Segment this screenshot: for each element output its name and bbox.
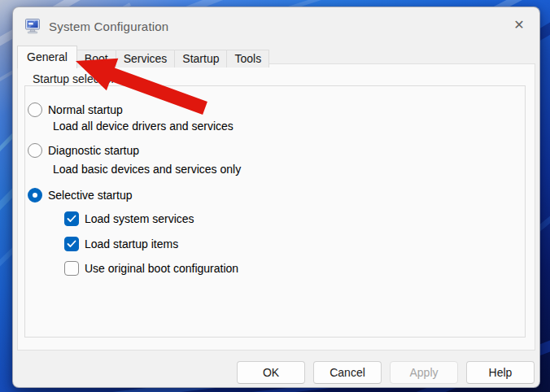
system-configuration-window: System Configuration ✕ General Boot Serv… <box>12 7 540 388</box>
tab-startup-label: Startup <box>182 52 219 65</box>
checkbox-load-startup-items-box[interactable] <box>64 237 79 251</box>
normal-startup-description: Load all device drivers and services <box>53 120 234 133</box>
checkbox-load-startup-items[interactable]: Load startup items <box>64 237 178 251</box>
close-icon: ✕ <box>513 19 524 32</box>
close-button[interactable]: ✕ <box>504 15 534 36</box>
checkbox-use-original-boot-configuration-label: Use original boot configuration <box>85 262 238 275</box>
radio-selective-startup[interactable]: Selective startup <box>28 188 133 203</box>
tab-tools[interactable]: Tools <box>226 50 269 68</box>
cancel-button[interactable]: Cancel <box>313 361 382 384</box>
help-button[interactable]: Help <box>466 361 535 384</box>
window-title: System Configuration <box>49 20 168 33</box>
checkbox-load-system-services-label: Load system services <box>85 212 194 225</box>
tab-boot[interactable]: Boot <box>76 50 116 68</box>
tab-tools-label: Tools <box>234 52 261 65</box>
radio-normal-startup-label: Normal startup <box>48 103 123 116</box>
checkbox-load-system-services[interactable]: Load system services <box>64 211 194 226</box>
group-label-startup-selection: Startup selection <box>29 72 120 85</box>
checkbox-load-startup-items-label: Load startup items <box>85 237 178 250</box>
checkmark-icon <box>67 240 76 248</box>
checkbox-use-original-boot-configuration-box[interactable] <box>64 261 79 276</box>
radio-diagnostic-startup-label: Diagnostic startup <box>48 144 139 157</box>
msconfig-app-icon <box>24 18 41 34</box>
tab-services-label: Services <box>124 52 168 65</box>
apply-button[interactable]: Apply <box>390 361 458 384</box>
radio-normal-startup[interactable]: Normal startup <box>28 102 123 117</box>
tab-general[interactable]: General <box>17 46 77 68</box>
radio-diagnostic-startup-circle[interactable] <box>28 143 42 158</box>
radio-normal-startup-circle[interactable] <box>28 102 42 117</box>
radio-selective-startup-label: Selective startup <box>48 189 133 202</box>
tab-startup[interactable]: Startup <box>174 50 227 68</box>
general-tab-page: Startup selection Normal startup Load al… <box>17 63 535 351</box>
tab-services[interactable]: Services <box>116 50 176 68</box>
checkmark-icon <box>67 215 76 223</box>
checkbox-load-system-services-box[interactable] <box>64 211 79 226</box>
ok-button[interactable]: OK <box>237 361 305 384</box>
checkbox-use-original-boot-configuration[interactable]: Use original boot configuration <box>64 261 238 276</box>
tab-general-label: General <box>27 50 68 63</box>
radio-diagnostic-startup[interactable]: Diagnostic startup <box>28 143 139 158</box>
radio-selective-startup-circle[interactable] <box>28 188 42 203</box>
tab-strip: General Boot Services Startup Tools <box>17 46 268 68</box>
tab-boot-label: Boot <box>85 52 108 65</box>
title-bar: System Configuration ✕ <box>13 7 539 45</box>
desktop: System Configuration ✕ General Boot Serv… <box>0 0 550 392</box>
diagnostic-startup-description: Load basic devices and services only <box>53 163 241 176</box>
